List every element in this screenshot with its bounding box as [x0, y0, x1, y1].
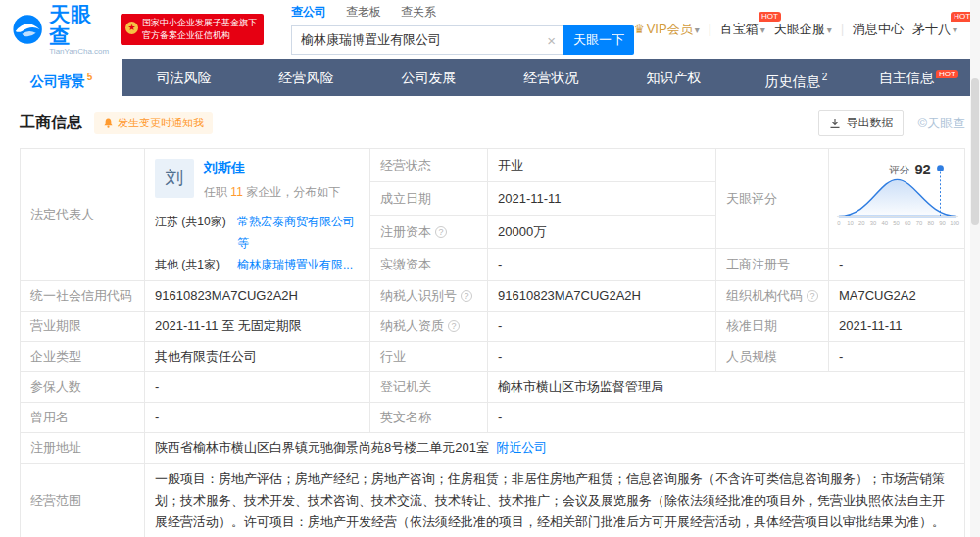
tab-company-background[interactable]: 公司背景5 [0, 59, 122, 96]
divider: | [709, 23, 711, 36]
company-section-nav: 公司背景5 司法风险 经营风险 公司发展 经营状况 知识产权 历史信息2 自主信… [0, 59, 980, 96]
enterprise-service-menu[interactable]: 天眼企服 ▾ [774, 21, 832, 38]
tab-self-info[interactable]: 自主信息HOT [858, 59, 980, 96]
field-label-english-name: 英文名称 [370, 403, 488, 433]
user-account-menu[interactable]: 茅十八 ▾ HOT [912, 21, 957, 38]
related-company-link[interactable]: 常熟宏泰商贸有限公司等 [237, 211, 360, 254]
search-tab-relation[interactable]: 查关系 [401, 4, 436, 21]
info-icon[interactable]: ? [435, 226, 447, 238]
logo-subtext: TianYanCha.com [49, 47, 111, 56]
chevron-down-icon: ▾ [695, 24, 700, 35]
logo-text: 天眼查 [49, 4, 111, 47]
change-notify-button[interactable]: 发生变更时通知我 [94, 112, 213, 134]
field-label-credit-code: 统一社会信用代码 [21, 281, 145, 312]
svg-text:30: 30 [870, 220, 877, 226]
field-label-org-code: 组织机构代码? [716, 281, 829, 312]
chevron-down-icon: ▾ [760, 24, 765, 35]
related-company-link[interactable]: 榆林康瑞博置业有限... [237, 254, 353, 275]
legal-rep-name-link[interactable]: 刘斯佳 [204, 160, 245, 175]
field-label-business-scope: 经营范围 [21, 464, 145, 537]
field-label-paid-capital: 实缴资本 [370, 249, 488, 281]
search-input[interactable] [301, 33, 545, 48]
svg-text:评分92: 评分92 [889, 161, 931, 176]
download-icon [829, 118, 841, 129]
tab-judicial-risk[interactable]: 司法风险 [122, 59, 245, 96]
field-value-taxpayer-id: 91610823MA7CUG2A2H [488, 281, 716, 312]
field-label-established: 成立日期 [370, 182, 488, 216]
svg-text:40: 40 [882, 220, 889, 226]
main-content: 工商信息 发生变更时通知我 导出数据 ©天眼查 法定代表人 [0, 96, 980, 537]
field-label-industry: 行业 [370, 342, 488, 372]
treasure-box-menu[interactable]: 百宝箱 ▾ HOT [720, 21, 765, 38]
score-chart-cell: 评分92 0 10 20 30 40 50 60 70 80 90 1 [829, 149, 965, 249]
search-tab-boss[interactable]: 查老板 [346, 4, 381, 21]
svg-text:80: 80 [927, 220, 934, 226]
user-nav: ♛ VIP会员 ▾ | 百宝箱 ▾ HOT 天眼企服 ▾ | 消息中心 茅十八 … [634, 21, 957, 38]
field-value-address: 陕西省榆林市横山区白界镇元驰御景尚苑8号楼二单元201室 附近公司 [145, 433, 965, 464]
field-label-taxpayer-id: 纳税人识别号? [370, 281, 488, 312]
top-header: 天眼查 TianYanCha.com ★ 国家中小企业发展子基金旗下 官方备案企… [0, 0, 980, 59]
scrollbar-track[interactable] [970, 0, 980, 537]
hot-badge: HOT [936, 70, 958, 78]
tab-intellectual-property[interactable]: 知识产权 [612, 59, 735, 96]
field-value-authority: 榆林市横山区市场监督管理局 [488, 372, 965, 403]
crown-icon: ♛ [634, 23, 645, 36]
scrollbar-thumb[interactable] [971, 78, 979, 225]
serve-summary: 任职 11 家企业，分布如下 [204, 182, 340, 202]
nearby-companies-link[interactable]: 附近公司 [496, 440, 547, 455]
field-value-english-name: - [488, 403, 965, 433]
field-value-paid-capital: - [488, 249, 716, 281]
message-center-link[interactable]: 消息中心 [853, 21, 904, 38]
section-title: 工商信息 [20, 113, 82, 133]
field-value-taxpayer-quality: - [488, 312, 716, 342]
tab-count: 2 [822, 72, 828, 82]
tab-operation-status[interactable]: 经营状况 [490, 59, 612, 96]
field-value-credit-code: 91610823MA7CUG2A2H [145, 281, 370, 312]
search-clear-icon[interactable]: × [545, 32, 558, 49]
gov-emblem-icon: ★ [125, 22, 138, 34]
field-value-reg-capital: 20000万 [488, 216, 716, 249]
field-value-term: 2021-11-11 至 无固定期限 [145, 312, 370, 342]
field-label-staff-size: 人员规模 [716, 342, 829, 372]
svg-text:60: 60 [905, 220, 911, 226]
tab-operation-risk[interactable]: 经营风险 [245, 59, 368, 96]
svg-text:50: 50 [893, 220, 900, 226]
info-icon[interactable]: ? [461, 290, 472, 302]
svg-text:10: 10 [847, 220, 854, 226]
field-value-industry: - [488, 342, 716, 372]
svg-text:20: 20 [858, 220, 865, 226]
tab-company-development[interactable]: 公司发展 [368, 59, 490, 96]
gov-badge-line1: 国家中小企业发展子基金旗下 [142, 17, 257, 29]
tianyancha-watermark: ©天眼查 [917, 115, 965, 132]
export-data-button[interactable]: 导出数据 [818, 110, 904, 136]
search-button[interactable]: 天眼一下 [564, 25, 634, 55]
field-label-legal-rep: 法定代表人 [21, 149, 145, 281]
search-tab-company[interactable]: 查公司 [291, 4, 326, 21]
tianyancha-logo[interactable]: 天眼查 TianYanCha.com [12, 4, 111, 56]
field-value-staff-size: - [829, 342, 965, 372]
svg-text:70: 70 [916, 220, 923, 226]
svg-text:100: 100 [950, 220, 960, 226]
tab-count: 5 [87, 72, 93, 82]
avatar: 刘 [155, 159, 194, 198]
chevron-down-icon: ▾ [953, 24, 957, 35]
field-value-former-name: - [145, 403, 370, 433]
legal-rep-cell: 刘 刘斯佳 任职 11 家企业，分布如下 江苏 (共10家) 常熟宏泰商贸有限公… [145, 149, 370, 281]
bell-icon [103, 118, 114, 128]
info-icon[interactable]: ? [807, 290, 818, 302]
svg-text:0: 0 [837, 220, 841, 226]
gov-badge-line2: 官方备案企业征信机构 [142, 29, 257, 42]
vip-member-link[interactable]: ♛ VIP会员 ▾ [634, 21, 700, 38]
field-value-insured-count: - [145, 372, 370, 403]
field-value-org-code: MA7CUG2A2 [829, 281, 965, 312]
tab-history-info[interactable]: 历史信息2 [735, 59, 858, 96]
score-marker-dot [937, 165, 944, 171]
serve-region-row: 江苏 (共10家) 常熟宏泰商贸有限公司等 [155, 211, 360, 254]
info-icon[interactable]: ? [448, 320, 460, 332]
field-label-reg-capital: 注册资本? [370, 216, 488, 249]
score-distribution-chart: 评分92 0 10 20 30 40 50 60 70 80 90 1 [833, 154, 962, 238]
business-info-table: 法定代表人 刘 刘斯佳 任职 11 家企业，分布如下 江苏 (共10家) [20, 148, 965, 537]
field-label-score: 天眼评分 [716, 149, 829, 249]
divider: | [841, 23, 844, 36]
gov-certification-badge: ★ 国家中小企业发展子基金旗下 官方备案企业征信机构 [121, 14, 264, 45]
